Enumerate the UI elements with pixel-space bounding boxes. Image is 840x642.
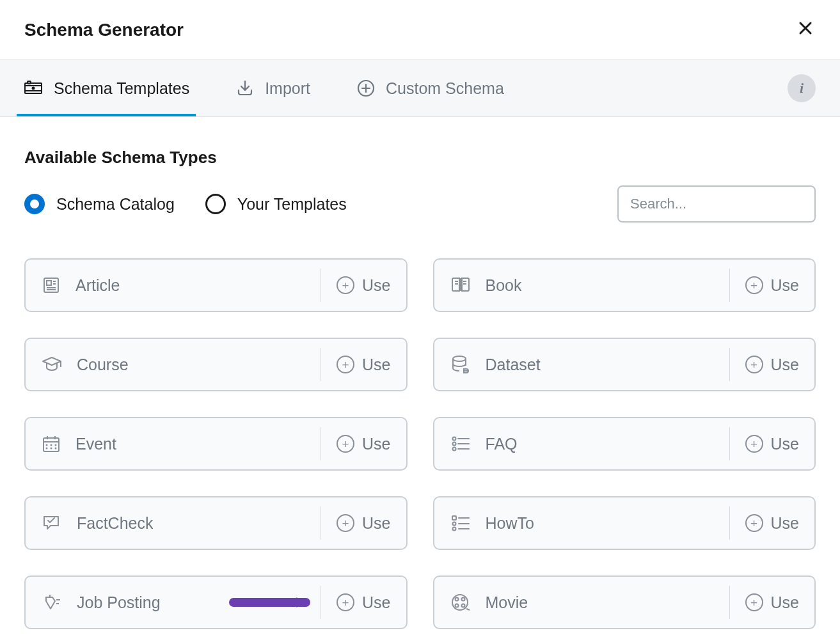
svg-point-52 (455, 598, 458, 601)
use-label: Use (771, 276, 799, 295)
card-body[interactable]: Article (26, 260, 321, 311)
svg-point-37 (452, 442, 456, 446)
svg-rect-41 (452, 516, 456, 520)
info-button[interactable]: i (788, 74, 816, 102)
use-button[interactable]: + Use (729, 427, 814, 460)
schema-card-factcheck: FactCheck + Use (24, 496, 408, 550)
use-button[interactable]: + Use (729, 269, 814, 302)
use-button[interactable]: + Use (729, 586, 814, 619)
tab-import[interactable]: Import (232, 60, 314, 116)
templates-icon (23, 78, 44, 98)
movie-icon (450, 592, 472, 613)
card-label: FactCheck (77, 514, 153, 533)
plus-circle-icon: + (745, 435, 763, 453)
svg-point-51 (452, 595, 468, 610)
howto-icon (450, 513, 472, 533)
plus-circle-icon: + (337, 356, 354, 373)
use-label: Use (362, 276, 390, 295)
card-label: FAQ (486, 435, 518, 453)
modal-title: Schema Generator (24, 20, 184, 40)
section-title: Available Schema Types (24, 148, 816, 168)
tabs: Schema Templates Import Custom Schema (19, 60, 508, 116)
schema-card-course: Course + Use (24, 338, 408, 391)
card-label: Movie (486, 593, 528, 612)
jobposting-icon (41, 592, 63, 613)
schema-card-howto: HowTo + Use (433, 496, 816, 550)
use-label: Use (771, 356, 799, 374)
factcheck-icon (41, 513, 63, 533)
schema-card-faq: FAQ + Use (433, 417, 816, 471)
schema-card-jobposting: Job Posting + Use (24, 575, 408, 629)
card-label: Book (486, 276, 522, 295)
radio-your-templates[interactable]: Your Templates (205, 194, 347, 214)
radio-group: Schema Catalog Your Templates (24, 194, 347, 214)
svg-point-53 (461, 598, 464, 601)
schema-card-movie: Movie + Use (433, 575, 816, 629)
schema-card-dataset: Dataset + Use (433, 338, 816, 391)
plus-circle-icon: + (337, 593, 354, 611)
card-body[interactable]: Event (26, 418, 321, 469)
plus-circle-icon (356, 79, 376, 98)
modal-body: Available Schema Types Schema Catalog Yo… (0, 117, 840, 642)
plus-circle-icon: + (745, 593, 763, 611)
svg-line-56 (466, 609, 470, 610)
tab-label: Import (265, 79, 310, 98)
search-input[interactable] (617, 185, 816, 223)
svg-point-45 (452, 528, 456, 531)
card-label: HowTo (486, 514, 534, 533)
card-body[interactable]: Job Posting (26, 577, 321, 628)
use-button[interactable]: + Use (321, 348, 406, 381)
dataset-icon (450, 354, 472, 375)
search-wrap (617, 185, 816, 223)
schema-generator-modal: Schema Generator Schema Templates (0, 0, 840, 642)
course-icon (41, 354, 63, 375)
modal-header: Schema Generator (0, 0, 840, 59)
use-label: Use (771, 593, 799, 612)
use-label: Use (771, 514, 799, 533)
svg-point-43 (452, 522, 456, 526)
tabs-row: Schema Templates Import Custom Schema (0, 59, 840, 117)
plus-circle-icon: + (745, 514, 763, 532)
tab-schema-templates[interactable]: Schema Templates (19, 60, 193, 116)
card-label: Dataset (486, 356, 541, 374)
radio-indicator-icon (24, 194, 45, 214)
tab-label: Custom Schema (386, 79, 504, 98)
tab-custom-schema[interactable]: Custom Schema (353, 60, 508, 116)
svg-point-35 (452, 437, 456, 441)
use-button[interactable]: + Use (321, 427, 406, 460)
faq-icon (450, 434, 472, 454)
use-label: Use (362, 514, 390, 533)
card-body[interactable]: FactCheck (26, 497, 321, 549)
schema-card-event: Event + Use (24, 417, 408, 471)
schema-grid: Article + Use (24, 258, 816, 629)
card-body[interactable]: Dataset (434, 339, 729, 390)
use-button[interactable]: + Use (729, 348, 814, 381)
schema-card-article: Article + Use (24, 258, 408, 312)
card-body[interactable]: HowTo (434, 497, 729, 549)
use-button[interactable]: + Use (321, 506, 406, 540)
plus-circle-icon: + (745, 356, 763, 373)
radio-schema-catalog[interactable]: Schema Catalog (24, 194, 175, 214)
card-body[interactable]: Course (26, 339, 321, 390)
close-button[interactable] (795, 18, 816, 42)
radio-indicator-icon (205, 194, 226, 214)
card-body[interactable]: Book (434, 260, 729, 311)
plus-circle-icon: + (745, 276, 763, 294)
card-body[interactable]: FAQ (434, 418, 729, 469)
card-body[interactable]: Movie (434, 577, 729, 628)
svg-point-39 (452, 448, 456, 451)
plus-circle-icon: + (337, 435, 354, 453)
svg-point-54 (455, 604, 458, 607)
use-label: Use (771, 435, 799, 453)
card-label: Article (75, 276, 120, 295)
book-icon (450, 275, 472, 295)
use-button[interactable]: + Use (729, 506, 814, 540)
card-label: Job Posting (77, 593, 161, 612)
radio-label: Schema Catalog (56, 195, 175, 214)
use-button[interactable]: + Use (321, 269, 406, 302)
use-label: Use (362, 435, 390, 453)
import-icon (235, 79, 255, 98)
event-icon (41, 434, 61, 454)
plus-circle-icon: + (337, 276, 354, 294)
use-button[interactable]: + Use (321, 586, 406, 619)
